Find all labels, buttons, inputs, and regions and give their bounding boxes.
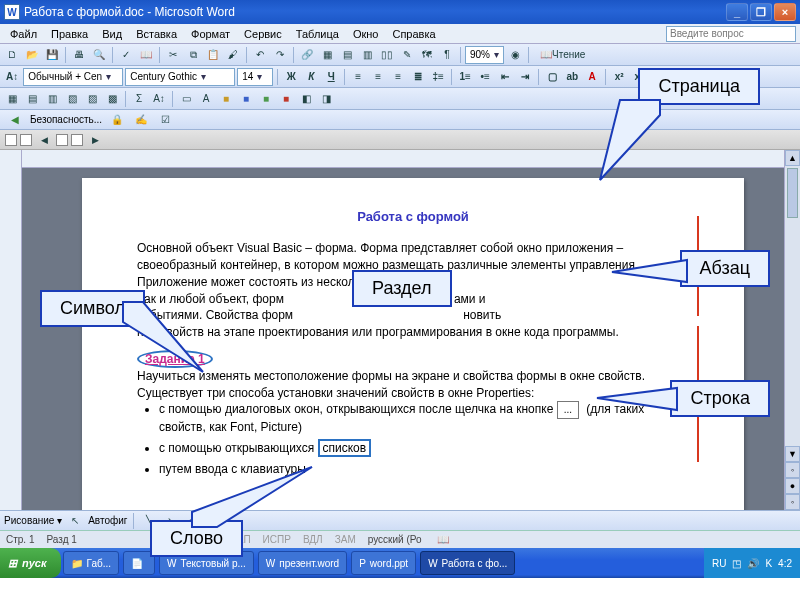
- start-button[interactable]: ⊞ пуск: [0, 548, 61, 578]
- status-book-icon[interactable]: 📖: [434, 531, 452, 549]
- align-right-icon[interactable]: ≡: [389, 68, 407, 86]
- borders-icon[interactable]: ▢: [543, 68, 561, 86]
- redo-icon[interactable]: ↷: [271, 46, 289, 64]
- color-swatch-icon[interactable]: ■: [277, 90, 295, 108]
- columns-icon[interactable]: ▯▯: [378, 46, 396, 64]
- scroll-thumb[interactable]: [787, 168, 798, 218]
- styles-pane-icon[interactable]: A↕: [3, 68, 21, 86]
- tool-icon[interactable]: ▧: [63, 90, 81, 108]
- zoom-combo[interactable]: 90%▾: [465, 46, 504, 64]
- copy-icon[interactable]: ⧉: [184, 46, 202, 64]
- menu-file[interactable]: Файл: [4, 26, 43, 42]
- tool-icon[interactable]: ▤: [23, 90, 41, 108]
- back-icon[interactable]: ◀: [6, 111, 24, 129]
- tool-icon[interactable]: ▥: [43, 90, 61, 108]
- format-painter-icon[interactable]: 🖌: [224, 46, 242, 64]
- tool-icon[interactable]: ◧: [297, 90, 315, 108]
- tray-icon[interactable]: 🔊: [747, 558, 759, 569]
- scroll-up-icon[interactable]: ▲: [785, 150, 800, 166]
- print-icon[interactable]: 🖶: [70, 46, 88, 64]
- reading-layout-button[interactable]: 📖 Чтение: [533, 46, 592, 64]
- drawing-icon[interactable]: ✎: [398, 46, 416, 64]
- bullets-icon[interactable]: •≡: [476, 68, 494, 86]
- open-icon[interactable]: 📂: [23, 46, 41, 64]
- tray-icon[interactable]: ◳: [732, 558, 741, 569]
- superscript-icon[interactable]: x²: [610, 68, 628, 86]
- nav-next-icon[interactable]: ▶: [86, 131, 104, 149]
- align-left-icon[interactable]: ≡: [349, 68, 367, 86]
- vertical-scrollbar[interactable]: ▲ ▼ ◦ ● ◦: [784, 150, 800, 510]
- tables-borders-icon[interactable]: ▦: [318, 46, 336, 64]
- menu-insert[interactable]: Вставка: [130, 26, 183, 42]
- font-size-combo[interactable]: 14▾: [237, 68, 273, 86]
- decrease-indent-icon[interactable]: ⇤: [496, 68, 514, 86]
- font-color-icon[interactable]: A: [583, 68, 601, 86]
- underline-button[interactable]: Ч: [322, 68, 340, 86]
- menu-tools[interactable]: Сервис: [238, 26, 288, 42]
- menu-edit[interactable]: Правка: [45, 26, 94, 42]
- taskbar-item-active[interactable]: W Работа с фо...: [420, 551, 515, 575]
- nav-icon[interactable]: [71, 134, 83, 146]
- autoshapes-menu[interactable]: Автофиг: [88, 515, 127, 526]
- browse-object-icon[interactable]: ●: [785, 478, 800, 494]
- justify-icon[interactable]: ≣: [409, 68, 427, 86]
- show-marks-icon[interactable]: ¶: [438, 46, 456, 64]
- color-swatch-icon[interactable]: ■: [237, 90, 255, 108]
- tool-icon[interactable]: A: [197, 90, 215, 108]
- doc-map-icon[interactable]: 🗺: [418, 46, 436, 64]
- security-check-icon[interactable]: ☑: [156, 111, 174, 129]
- paste-icon[interactable]: 📋: [204, 46, 222, 64]
- align-center-icon[interactable]: ≡: [369, 68, 387, 86]
- numbering-icon[interactable]: 1≡: [456, 68, 474, 86]
- tray-lang[interactable]: RU: [712, 558, 726, 569]
- security-sig-icon[interactable]: ✍: [132, 111, 150, 129]
- tool-icon[interactable]: A↕: [150, 90, 168, 108]
- taskbar-item[interactable]: 📁 Габ...: [63, 551, 119, 575]
- cut-icon[interactable]: ✂: [164, 46, 182, 64]
- excel-icon[interactable]: ▥: [358, 46, 376, 64]
- menu-view[interactable]: Вид: [96, 26, 128, 42]
- next-page-icon[interactable]: ◦: [785, 494, 800, 510]
- spellcheck-icon[interactable]: ✓: [117, 46, 135, 64]
- prev-page-icon[interactable]: ◦: [785, 462, 800, 478]
- tool-icon[interactable]: Σ: [130, 90, 148, 108]
- minimize-button[interactable]: _: [726, 3, 748, 21]
- nav-icon[interactable]: [20, 134, 32, 146]
- tool-icon[interactable]: ◨: [317, 90, 335, 108]
- research-icon[interactable]: 📖: [137, 46, 155, 64]
- maximize-button[interactable]: ❐: [750, 3, 772, 21]
- nav-icon[interactable]: [56, 134, 68, 146]
- print-preview-icon[interactable]: 🔍: [90, 46, 108, 64]
- color-swatch-icon[interactable]: ■: [257, 90, 275, 108]
- menu-help[interactable]: Справка: [386, 26, 441, 42]
- scroll-down-icon[interactable]: ▼: [785, 446, 800, 462]
- insert-table-icon[interactable]: ▤: [338, 46, 356, 64]
- menu-table[interactable]: Таблица: [290, 26, 345, 42]
- taskbar-item[interactable]: P word.ppt: [351, 551, 416, 575]
- nav-prev-icon[interactable]: ◀: [35, 131, 53, 149]
- tray-icon[interactable]: K: [765, 558, 772, 569]
- select-objects-icon[interactable]: ↖: [66, 512, 84, 530]
- save-icon[interactable]: 💾: [43, 46, 61, 64]
- tool-icon[interactable]: ▦: [3, 90, 21, 108]
- undo-icon[interactable]: ↶: [251, 46, 269, 64]
- increase-indent-icon[interactable]: ⇥: [516, 68, 534, 86]
- system-tray[interactable]: RU ◳ 🔊 K 4:2: [704, 548, 800, 578]
- menu-format[interactable]: Формат: [185, 26, 236, 42]
- help-icon[interactable]: ◉: [506, 46, 524, 64]
- tool-icon[interactable]: ▭: [177, 90, 195, 108]
- taskbar-item[interactable]: W презент.word: [258, 551, 347, 575]
- style-combo[interactable]: Обычный + Cen▾: [23, 68, 123, 86]
- line-spacing-icon[interactable]: ‡≡: [429, 68, 447, 86]
- new-doc-icon[interactable]: 🗋: [3, 46, 21, 64]
- hyperlink-icon[interactable]: 🔗: [298, 46, 316, 64]
- nav-icon[interactable]: [5, 134, 17, 146]
- tool-icon[interactable]: ▨: [83, 90, 101, 108]
- drawing-menu[interactable]: Рисование ▾: [4, 515, 62, 526]
- tool-icon[interactable]: ▩: [103, 90, 121, 108]
- italic-button[interactable]: К: [302, 68, 320, 86]
- highlight-icon[interactable]: ab: [563, 68, 581, 86]
- color-swatch-icon[interactable]: ■: [217, 90, 235, 108]
- close-button[interactable]: ×: [774, 3, 796, 21]
- security-label[interactable]: Безопасность...: [30, 114, 102, 125]
